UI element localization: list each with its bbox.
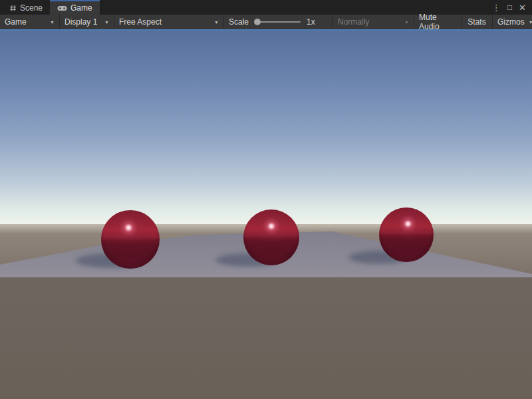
mute-audio-button[interactable]: Mute Audio <box>414 15 461 29</box>
game-toolbar: Game ▼ Display 1 ▼ Free Aspect ▼ Scale 1… <box>0 15 532 29</box>
scale-slider-track <box>254 21 301 23</box>
chevron-down-icon: ▼ <box>104 20 109 25</box>
scale-control: Scale 1x <box>224 15 332 29</box>
red-sphere-3 <box>379 207 434 262</box>
grid-icon <box>9 5 17 12</box>
display-dropdown[interactable]: Display 1 ▼ <box>60 15 114 29</box>
mute-audio-label: Mute Audio <box>419 13 456 31</box>
enter-play-mode-dropdown[interactable]: Normally ▼ <box>332 15 414 29</box>
red-sphere-1 <box>101 210 160 269</box>
game-scene-svg <box>0 31 532 399</box>
tab-game[interactable]: Game <box>50 0 100 15</box>
red-sphere-2 <box>243 209 299 265</box>
scale-slider-knob[interactable] <box>254 19 261 25</box>
aspect-ratio-dropdown[interactable]: Free Aspect ▼ <box>114 15 224 29</box>
tab-game-label: Game <box>70 3 92 13</box>
tab-scene-label: Scene <box>20 3 43 13</box>
close-icon[interactable]: ✕ <box>519 3 526 12</box>
gizmos-label: Gizmos <box>497 17 525 27</box>
scale-value: 1x <box>307 17 315 27</box>
view-selector-label: Game <box>5 17 27 27</box>
sky <box>0 31 532 224</box>
game-viewport[interactable] <box>0 31 532 399</box>
menu-icon[interactable]: ⋮ <box>492 3 501 12</box>
display-label: Display 1 <box>65 17 97 27</box>
view-selector-dropdown[interactable]: Game ▼ <box>0 15 60 29</box>
unity-game-view-window: Scene Game ⋮ □ ✕ Game ▼ Display 1 <box>0 0 532 399</box>
stats-label: Stats <box>467 17 485 27</box>
chevron-down-icon: ▼ <box>529 20 532 25</box>
enter-play-mode-label: Normally <box>338 17 369 27</box>
chevron-down-icon: ▼ <box>50 20 55 25</box>
scale-slider[interactable] <box>254 18 301 26</box>
near-ground <box>0 277 532 399</box>
gizmos-dropdown[interactable]: Gizmos ▼ <box>492 15 532 29</box>
scale-label: Scale <box>229 17 249 27</box>
gamepad-icon <box>57 5 67 11</box>
tab-scene[interactable]: Scene <box>2 0 50 15</box>
stats-button[interactable]: Stats <box>461 15 492 29</box>
chevron-down-icon: ▼ <box>404 20 409 25</box>
aspect-label: Free Aspect <box>119 17 162 27</box>
chevron-down-icon: ▼ <box>214 20 219 25</box>
maximize-icon[interactable]: □ <box>507 3 512 11</box>
window-controls: ⋮ □ ✕ <box>492 0 532 15</box>
